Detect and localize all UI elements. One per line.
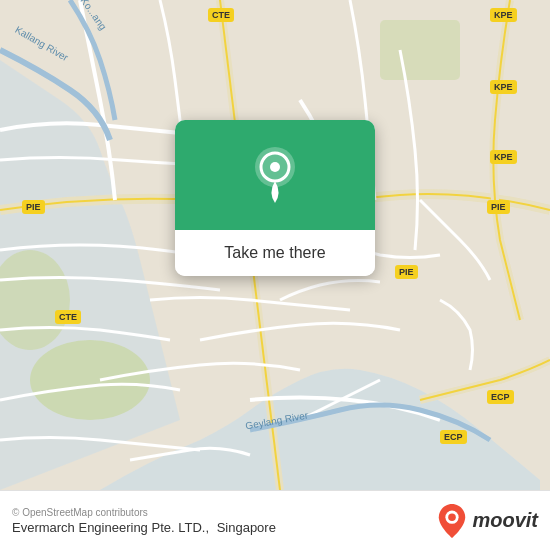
- badge-ecp-bottom: ECP: [440, 430, 467, 444]
- copyright-text: © OpenStreetMap contributors: [12, 507, 276, 518]
- card-header: [175, 120, 375, 230]
- svg-rect-3: [380, 20, 460, 80]
- svg-point-1: [30, 340, 150, 420]
- badge-cte-left: CTE: [55, 310, 81, 324]
- badge-pie-mid: PIE: [395, 265, 418, 279]
- badge-pie-left: PIE: [22, 200, 45, 214]
- svg-point-8: [270, 162, 280, 172]
- moovit-logo: moovit: [438, 504, 538, 538]
- svg-point-10: [449, 513, 457, 521]
- location-card: Take me there: [175, 120, 375, 276]
- take-me-there-button[interactable]: Take me there: [175, 230, 375, 276]
- location-suffix-text: Singapore: [217, 520, 276, 535]
- location-name: Evermarch Engineering Pte. LTD., Singapo…: [12, 520, 276, 535]
- moovit-brand-text: moovit: [472, 509, 538, 532]
- badge-kpe-mid: KPE: [490, 80, 517, 94]
- badge-pie-right: PIE: [487, 200, 510, 214]
- bottom-left-info: © OpenStreetMap contributors Evermarch E…: [12, 507, 276, 535]
- badge-cte-top: CTE: [208, 8, 234, 22]
- bottom-bar: © OpenStreetMap contributors Evermarch E…: [0, 490, 550, 550]
- badge-kpe-right: KPE: [490, 150, 517, 164]
- location-name-text: Evermarch Engineering Pte. LTD.,: [12, 520, 209, 535]
- badge-ecp-right: ECP: [487, 390, 514, 404]
- badge-kpe-top: KPE: [490, 8, 517, 22]
- map-container: CTE KPE KPE KPE PIE PIE PIE CTE ECP ECP …: [0, 0, 550, 490]
- location-pin-icon: [250, 145, 300, 205]
- moovit-pin-icon: [438, 504, 466, 538]
